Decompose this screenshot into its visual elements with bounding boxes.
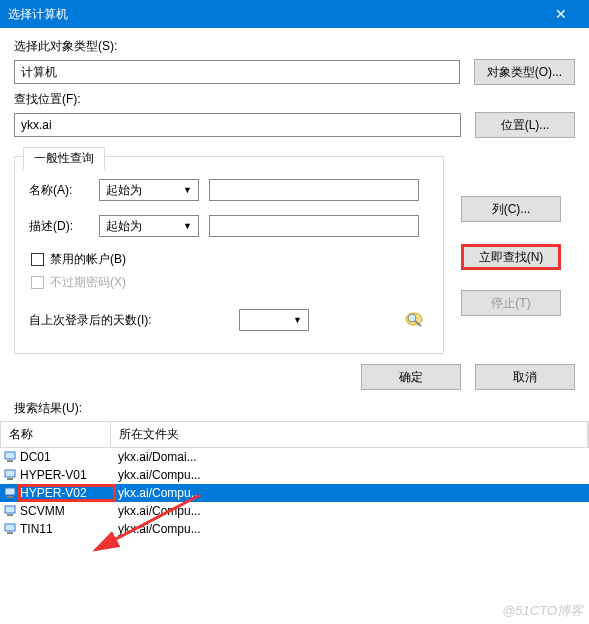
row-name: SCVMM	[20, 504, 65, 518]
watermark: @51CTO博客	[502, 602, 583, 620]
desc-input[interactable]	[209, 215, 419, 237]
stop-button: 停止(T)	[461, 290, 561, 316]
svg-rect-8	[7, 496, 13, 498]
search-icon	[401, 310, 429, 330]
row-folder: ykx.ai/Compu...	[114, 522, 589, 536]
find-now-button[interactable]: 立即查找(N)	[461, 244, 561, 270]
desc-match-select[interactable]: 起始为 ▼	[99, 215, 199, 237]
name-label: 名称(A):	[29, 182, 99, 199]
cancel-button[interactable]: 取消	[475, 364, 575, 390]
svg-rect-12	[7, 532, 13, 534]
row-folder: ykx.ai/Domai...	[114, 450, 589, 464]
name-input[interactable]	[209, 179, 419, 201]
table-row[interactable]: DC01ykx.ai/Domai...	[0, 448, 589, 466]
days-since-label: 自上次登录后的天数(I):	[29, 312, 179, 329]
results-list: 名称 所在文件夹 DC01ykx.ai/Domai...HYPER-V01ykx…	[0, 421, 589, 538]
close-icon[interactable]: ✕	[541, 6, 581, 22]
tab-common-queries[interactable]: 一般性查询	[23, 147, 105, 170]
days-since-select[interactable]: ▼	[239, 309, 309, 331]
svg-rect-11	[5, 524, 15, 531]
column-name[interactable]: 名称	[1, 422, 111, 447]
no-expire-label: 不过期密码(X)	[50, 274, 126, 291]
chevron-down-icon: ▼	[183, 185, 192, 195]
row-folder: ykx.ai/Compu...	[114, 468, 589, 482]
computer-icon	[4, 468, 18, 482]
row-name: HYPER-V01	[20, 468, 87, 482]
ok-button[interactable]: 确定	[361, 364, 461, 390]
disabled-accounts-checkbox[interactable]	[31, 253, 44, 266]
object-type-field: 计算机	[14, 60, 460, 84]
columns-button[interactable]: 列(C)...	[461, 196, 561, 222]
table-row[interactable]: HYPER-V01ykx.ai/Compu...	[0, 466, 589, 484]
results-label: 搜索结果(U):	[14, 400, 589, 417]
svg-rect-7	[5, 488, 15, 495]
no-expire-checkbox	[31, 276, 44, 289]
location-label: 查找位置(F):	[14, 91, 575, 108]
name-match-select[interactable]: 起始为 ▼	[99, 179, 199, 201]
chevron-down-icon: ▼	[293, 315, 302, 325]
row-folder: ykx.ai/Compu...	[114, 486, 589, 500]
row-name: HYPER-V02	[20, 486, 87, 500]
svg-rect-4	[7, 460, 13, 462]
disabled-accounts-label: 禁用的帐户(B)	[50, 251, 126, 268]
computer-icon	[4, 504, 18, 518]
svg-rect-3	[5, 452, 15, 459]
common-queries-tab-panel: 一般性查询 名称(A): 起始为 ▼ 描述(D): 起始为 ▼	[14, 156, 444, 354]
table-row[interactable]: TIN11ykx.ai/Compu...	[0, 520, 589, 538]
computer-icon	[4, 486, 18, 500]
svg-rect-10	[7, 514, 13, 516]
table-row[interactable]: HYPER-V02ykx.ai/Compu...	[0, 484, 589, 502]
svg-point-1	[408, 314, 416, 322]
svg-rect-6	[7, 478, 13, 480]
svg-rect-5	[5, 470, 15, 477]
locations-button[interactable]: 位置(L)...	[475, 112, 575, 138]
row-name: DC01	[20, 450, 51, 464]
computer-icon	[4, 522, 18, 536]
svg-rect-9	[5, 506, 15, 513]
desc-label: 描述(D):	[29, 218, 99, 235]
location-field: ykx.ai	[14, 113, 461, 137]
window-title: 选择计算机	[8, 6, 68, 23]
chevron-down-icon: ▼	[183, 221, 192, 231]
results-header: 名称 所在文件夹	[0, 421, 589, 448]
object-types-button[interactable]: 对象类型(O)...	[474, 59, 575, 85]
row-folder: ykx.ai/Compu...	[114, 504, 589, 518]
object-type-label: 选择此对象类型(S):	[14, 38, 575, 55]
row-name: TIN11	[20, 522, 53, 536]
column-folder[interactable]: 所在文件夹	[111, 422, 588, 447]
table-row[interactable]: SCVMMykx.ai/Compu...	[0, 502, 589, 520]
titlebar: 选择计算机 ✕	[0, 0, 589, 28]
computer-icon	[4, 450, 18, 464]
